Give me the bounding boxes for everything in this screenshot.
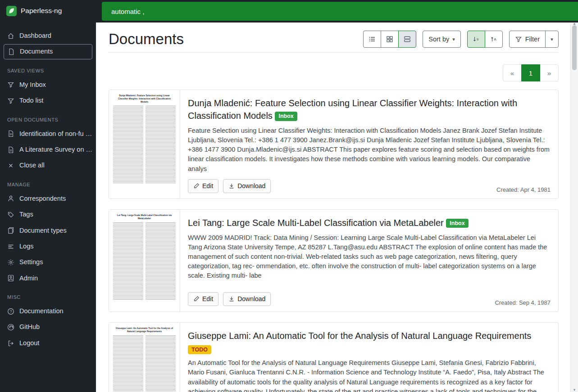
pagination-page-1-button[interactable]: 1	[521, 64, 540, 81]
funnel-icon	[7, 97, 14, 104]
tag-badge-todo[interactable]: TODO	[188, 345, 211, 355]
paperless-leaf-logo-icon	[6, 6, 17, 16]
document-excerpt: An Automatic Tool for the Analysis of Na…	[188, 358, 551, 392]
section-title-saved-views: SAVED VIEWS	[0, 60, 96, 77]
sidebar-item-label: Close all	[19, 162, 45, 169]
gear-icon	[7, 259, 14, 266]
sidebar-item-close-all[interactable]: Close all	[0, 158, 96, 173]
scroll-down-arrow-icon[interactable]: ▼	[571, 388, 578, 392]
sidebar-item-open-doc-2[interactable]: A Literature Survey on …	[0, 142, 96, 158]
document-card-body: Giuseppe Lami: An Automatic Tool for the…	[180, 323, 558, 392]
sidebar-item-logout[interactable]: Logout	[0, 335, 96, 351]
document-thumbnail[interactable]: Giuseppe Lami: An Automatic Tool for the…	[109, 323, 180, 392]
svg-text:?: ?	[10, 309, 12, 314]
sidebar-item-label: Dashboard	[19, 32, 51, 40]
document-title-link[interactable]: Dunja Mladenić: Feature Selection using …	[188, 97, 551, 122]
sidebar-item-label: Logs	[19, 243, 33, 250]
edit-button[interactable]: Edit	[188, 292, 218, 306]
document-title-text: Giuseppe Lami: An Automatic Tool for the…	[188, 331, 531, 341]
sort-by-group: Sort by ▾	[423, 31, 460, 48]
sidebar-item-logs[interactable]: Logs	[0, 239, 96, 254]
tag-icon	[7, 211, 14, 218]
main-scrollbar[interactable]: ▲ ▼	[570, 23, 578, 392]
brand[interactable]: Paperless-ng	[0, 0, 96, 22]
github-icon	[7, 324, 14, 331]
header-divider	[109, 52, 559, 53]
download-label: Download	[237, 295, 265, 302]
person-icon	[7, 195, 14, 202]
filter-dropdown-toggle[interactable]: ▾	[545, 31, 559, 48]
global-search-input[interactable]: automatic ,	[102, 2, 578, 21]
details-view-icon	[404, 36, 411, 43]
download-button[interactable]: Download	[223, 292, 271, 306]
sidebar-item-label: GitHub	[19, 323, 40, 331]
thumbnail-preview-lines	[112, 222, 177, 300]
created-date: Created: Sep 4, 1987	[495, 299, 551, 306]
sidebar-item-dashboard[interactable]: Dashboard	[0, 28, 96, 44]
file-text-icon	[7, 146, 14, 153]
house-icon	[7, 32, 14, 40]
document-thumbnail[interactable]: Lei Tang: Large Scale Multi-Label Classi…	[109, 210, 180, 311]
tag-badge-inbox[interactable]: Inbox	[446, 219, 468, 228]
view-mode-details-button[interactable]	[398, 31, 416, 48]
sort-ascending-button[interactable]: A	[485, 31, 503, 48]
tag-row: TODO	[188, 345, 551, 355]
sidebar-item-document-types[interactable]: Document types	[0, 223, 96, 239]
sidebar-item-todo-list[interactable]: Todo list	[0, 93, 96, 108]
pagination-prev-button[interactable]: «	[503, 64, 522, 81]
scrollbar-thumb[interactable]	[572, 25, 577, 70]
pencil-icon	[193, 183, 200, 189]
pencil-icon	[193, 296, 200, 302]
sidebar-item-documentation[interactable]: ? Documentation	[0, 303, 96, 319]
sidebar-item-correspondents[interactable]: Correspondents	[0, 191, 96, 207]
sidebar-item-documents[interactable]: Documents	[4, 44, 92, 59]
sort-alpha-up-icon: A	[490, 36, 497, 43]
sidebar: Paperless-ng Dashboard Documents SAVED V…	[0, 0, 96, 392]
grid-view-icon	[386, 36, 393, 43]
document-thumbnail[interactable]: Dunja Mladenić: Feature Selection using …	[109, 90, 180, 198]
document-card-body: Dunja Mladenić: Feature Selection using …	[180, 90, 558, 198]
section-title-misc: MISC	[0, 286, 96, 303]
sort-by-dropdown[interactable]: Sort by ▾	[423, 31, 460, 48]
sidebar-item-label: Logout	[19, 339, 39, 347]
sidebar-item-my-inbox[interactable]: My Inbox	[0, 77, 96, 93]
edit-label: Edit	[202, 182, 213, 189]
brand-name: Paperless-ng	[21, 7, 62, 15]
download-label: Download	[237, 182, 265, 189]
document-card: Lei Tang: Large Scale Multi-Label Classi…	[109, 209, 559, 312]
sidebar-item-open-doc-1[interactable]: Identification of non-fu …	[0, 126, 96, 142]
sort-descending-button[interactable]: 9	[467, 31, 485, 48]
pagination-next-button[interactable]: »	[540, 64, 559, 81]
sidebar-item-label: My Inbox	[19, 81, 46, 89]
funnel-icon	[7, 81, 14, 88]
filter-label: Filter	[525, 36, 540, 43]
document-excerpt: WWW 2009 MADRID! Track: Data Mining / Se…	[188, 233, 551, 281]
file-icon	[8, 48, 15, 55]
sidebar-item-tags[interactable]: Tags	[0, 207, 96, 222]
view-mode-list-button[interactable]	[363, 31, 381, 48]
sidebar-item-settings[interactable]: Settings	[0, 254, 96, 270]
created-date: Created: Apr 4, 1981	[496, 186, 551, 193]
sidebar-item-label: Admin	[19, 275, 38, 282]
document-title-link[interactable]: Giuseppe Lami: An Automatic Tool for the…	[188, 329, 551, 342]
svg-text:A: A	[494, 37, 496, 41]
document-title-link[interactable]: Lei Tang: Large Scale Multi-Label Classi…	[188, 216, 551, 229]
sort-numeric-down-icon: 9	[473, 36, 480, 43]
sidebar-item-admin[interactable]: Admin	[0, 270, 96, 286]
filter-button[interactable]: Filter	[509, 31, 546, 48]
chevron-down-icon: ▾	[452, 37, 455, 42]
edit-button[interactable]: Edit	[188, 179, 218, 193]
sidebar-item-github[interactable]: GitHub	[0, 319, 96, 335]
document-title-text: Lei Tang: Large Scale Multi-Label Classi…	[188, 218, 444, 228]
view-mode-group	[363, 31, 416, 48]
download-button[interactable]: Download	[223, 179, 271, 193]
view-mode-grid-button[interactable]	[381, 31, 399, 48]
sidebar-item-label: Documents	[20, 48, 53, 55]
sidebar-nav: Dashboard Documents SAVED VIEWS My Inbox…	[0, 22, 96, 351]
close-icon	[7, 162, 14, 169]
sort-direction-group: 9 A	[467, 31, 503, 48]
section-title-manage: MANAGE	[0, 174, 96, 191]
tag-badge-inbox[interactable]: Inbox	[275, 112, 297, 121]
sidebar-item-label: Todo list	[19, 97, 43, 104]
edit-label: Edit	[202, 295, 213, 302]
